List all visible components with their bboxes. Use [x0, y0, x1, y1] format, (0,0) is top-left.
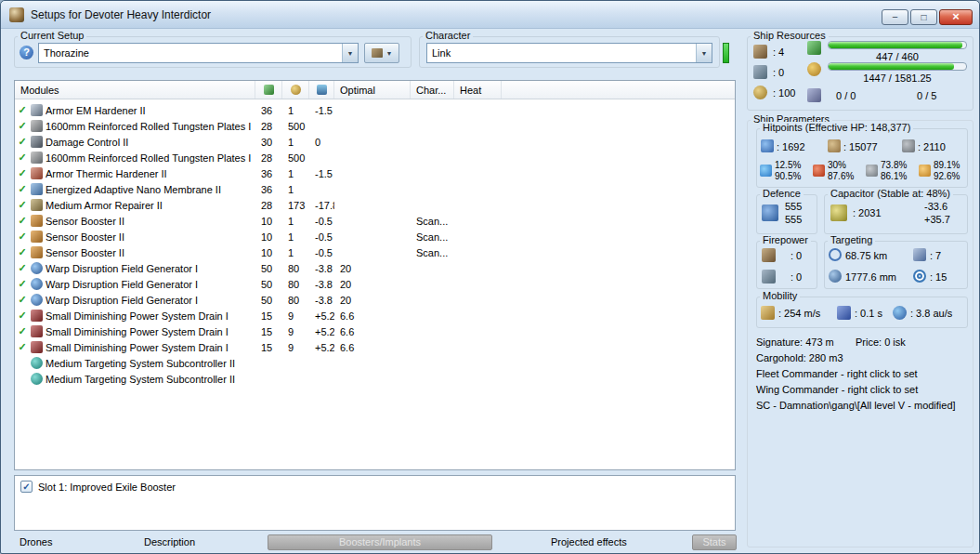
capacitor-amount-icon — [830, 204, 847, 221]
cpu-column-icon — [264, 85, 274, 95]
warp-disruptor-icon — [31, 294, 43, 306]
setup-dropdown[interactable]: Thorazine — [38, 43, 359, 63]
setup-tools-button[interactable] — [364, 43, 399, 63]
explosive-resist-cell: 89.1% 92.6% — [918, 160, 970, 184]
module-row[interactable]: ✓Sensor Booster II101-0.5Scan... — [15, 244, 735, 260]
module-row[interactable]: ✓Warp Disruption Field Generator I5080-3… — [15, 276, 735, 292]
module-row[interactable]: ✓1600mm Reinforced Rolled Tungsten Plate… — [15, 150, 735, 165]
module-name: Damage Control II — [46, 137, 128, 148]
module-name-cell: ✓Small Diminishing Power System Drain I — [15, 339, 255, 355]
character-dropdown-value: Link — [427, 47, 696, 59]
drones-value: 0 / 0 — [836, 90, 856, 101]
maximize-button[interactable] — [910, 9, 937, 25]
module-row[interactable]: ✓Sensor Booster II101-0.5Scan... — [15, 229, 735, 244]
booster-slot1-checkbox[interactable] — [20, 481, 33, 493]
cpu-value: 28 — [255, 152, 282, 164]
thermal-shield-resist: 30% — [828, 160, 846, 170]
cpu-value: 28 — [255, 200, 282, 211]
turret-slots-icon — [753, 45, 767, 59]
module-row[interactable]: ✓Energized Adaptive Nano Membrane II361 — [15, 181, 735, 197]
module-row[interactable]: Medium Targeting System Subcontroller II — [15, 355, 735, 371]
help-icon[interactable] — [20, 46, 33, 59]
charge-column-header[interactable]: Char... — [411, 81, 454, 99]
tab-projected-effects[interactable]: Projected effects — [551, 536, 627, 547]
powergrid-value: 1 — [282, 184, 309, 195]
chevron-down-icon[interactable] — [342, 44, 358, 62]
turret-slots-value: : 4 — [773, 46, 784, 58]
powergrid-column-header[interactable] — [282, 81, 309, 99]
module-name-cell: ✓Warp Disruption Field Generator I — [15, 292, 255, 308]
capacitor-column-icon — [317, 85, 327, 95]
em-damage-icon — [760, 165, 772, 177]
tab-description[interactable]: Description — [144, 536, 195, 547]
module-name: Medium Targeting System Subcontroller II — [46, 358, 235, 369]
fitted-check-icon: ✓ — [17, 104, 28, 116]
module-row[interactable]: ✓Small Diminishing Power System Drain I1… — [15, 308, 735, 323]
fleet-commander-line[interactable]: Fleet Commander - right click to set — [756, 368, 918, 379]
cpu-icon — [807, 41, 821, 55]
heat-column-header[interactable]: Heat — [454, 81, 502, 99]
sensor-strength-value: : 15 — [930, 271, 947, 283]
module-row[interactable]: ✓Armor EM Hardener II361-1.5 — [15, 102, 735, 118]
booster-panel: Slot 1: Improved Exile Booster — [14, 475, 736, 531]
module-row[interactable]: ✓Sensor Booster II101-0.5Scan... — [15, 213, 735, 229]
module-name: Sensor Booster II — [46, 231, 124, 243]
mobility-label: Mobility — [760, 290, 800, 301]
chevron-down-icon[interactable] — [696, 44, 712, 62]
tab-stats[interactable]: Stats — [692, 534, 737, 550]
character-dropdown[interactable]: Link — [426, 43, 712, 63]
module-row[interactable]: ✓Medium Armor Repairer II28173-17.8 — [15, 197, 735, 213]
powergrid-value: 500 — [282, 121, 309, 132]
calibration-icon — [753, 86, 767, 99]
cpu-column-header[interactable] — [255, 81, 282, 99]
module-row[interactable]: ✓Damage Control II3010 — [15, 134, 735, 150]
module-row[interactable]: ✓Small Diminishing Power System Drain I1… — [15, 339, 735, 355]
armor-em-hardener-icon — [31, 104, 43, 116]
powergrid-bar-fill — [829, 63, 954, 70]
tab-boosters-implants[interactable]: Boosters/Implants — [268, 534, 492, 550]
cpu-bar — [828, 41, 967, 49]
fitted-check-icon: ✓ — [17, 231, 28, 243]
module-row[interactable]: ✓Warp Disruption Field Generator I5080-3… — [15, 260, 735, 276]
cpu-value: 10 — [255, 247, 282, 258]
explosive-shield-resist: 89.1% — [934, 160, 960, 170]
eft-window: Setups for Devoter Heavy Interdictor Cur… — [0, 0, 980, 554]
wing-commander-line[interactable]: Wing Commander - right click to set — [756, 384, 918, 395]
speed-value: : 254 m/s — [778, 308, 820, 319]
capacitor-column-header[interactable] — [309, 81, 334, 99]
minimize-button[interactable] — [882, 9, 908, 25]
kinetic-damage-icon — [866, 165, 878, 177]
module-row[interactable]: ✓Small Diminishing Power System Drain I1… — [15, 323, 735, 339]
targeting-range-value: 68.75 km — [845, 250, 887, 261]
capacitor-value: +5.2 — [309, 342, 334, 353]
powergrid-value: 80 — [282, 295, 309, 306]
squad-commander-line[interactable]: SC - Damnation\gang\[All level V - modif… — [756, 400, 956, 411]
optimal-value: 20 — [334, 263, 411, 274]
charge-value: Scan... — [411, 247, 454, 258]
charge-value: Scan... — [411, 216, 454, 227]
capacitor-value: -1.5 — [309, 105, 334, 116]
chevron-down-icon — [386, 50, 393, 57]
launcher-slots-icon — [753, 65, 767, 79]
tab-drones[interactable]: Drones — [20, 536, 52, 547]
em-shield-resist: 12.5% — [775, 160, 801, 170]
booster-slot1-label: Slot 1: Improved Exile Booster — [38, 481, 176, 493]
modules-column-header[interactable]: Modules — [15, 81, 255, 99]
cpu-value: 50 — [255, 295, 282, 306]
module-row[interactable]: ✓Armor Thermic Hardener II361-1.5 — [15, 165, 735, 181]
powergrid-bar — [828, 62, 967, 71]
defence-label: Defence — [760, 188, 804, 199]
signature-value: Signature: 473 m — [756, 336, 834, 348]
damage-control-icon — [31, 136, 43, 148]
module-row[interactable]: ✓1600mm Reinforced Rolled Tungsten Plate… — [15, 118, 735, 134]
energy-vampire-icon — [31, 325, 43, 337]
module-name: Armor EM Hardener II — [46, 105, 146, 116]
optimal-column-header[interactable]: Optimal — [334, 81, 411, 99]
module-row[interactable]: Medium Targeting System Subcontroller II — [15, 371, 735, 387]
launcher-slots-value: : 0 — [773, 67, 784, 78]
module-name-cell: ✓Energized Adaptive Nano Membrane II — [15, 181, 255, 197]
capacitor-value: 0 — [309, 137, 334, 148]
close-button[interactable] — [939, 9, 973, 25]
character-skill-status-indicator — [723, 43, 729, 63]
module-row[interactable]: ✓Warp Disruption Field Generator I5080-3… — [15, 292, 735, 308]
